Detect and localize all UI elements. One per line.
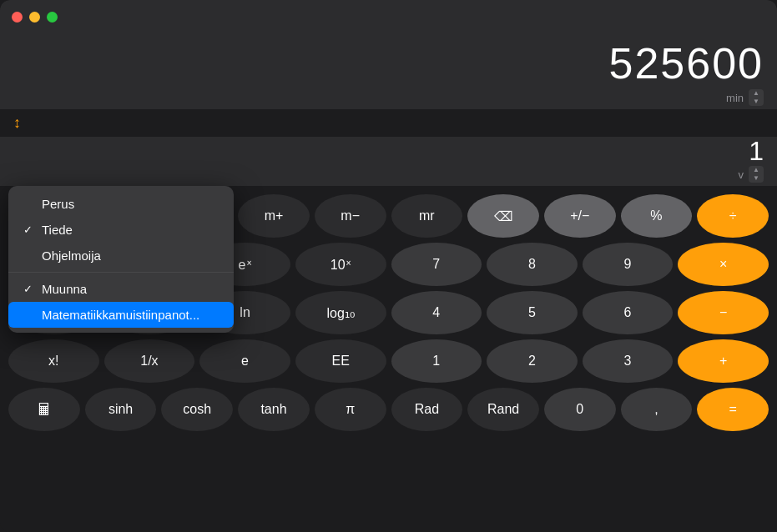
maximize-button[interactable] bbox=[47, 12, 58, 23]
menu-check-programmer bbox=[23, 249, 35, 262]
key-2[interactable]: 2 bbox=[487, 339, 578, 383]
titlebar bbox=[0, 0, 777, 33]
menu-label-convert: Muunna bbox=[42, 282, 87, 296]
key-rad[interactable]: Rad bbox=[391, 388, 463, 431]
key-9[interactable]: 9 bbox=[583, 243, 674, 286]
menu-check-mathpad bbox=[23, 309, 35, 321]
key-row-4: x! 1/x e EE 1 2 3 + bbox=[8, 339, 769, 383]
display-secondary-value: 1 bbox=[749, 137, 764, 166]
key-sinh[interactable]: sinh bbox=[85, 388, 157, 431]
key-subtract[interactable]: − bbox=[678, 291, 769, 334]
menu-label-basic: Perus bbox=[42, 197, 74, 211]
key-multiply[interactable]: × bbox=[678, 243, 769, 286]
key-4[interactable]: 4 bbox=[391, 291, 482, 334]
key-0[interactable]: 0 bbox=[544, 388, 616, 431]
key-e[interactable]: e bbox=[199, 339, 290, 383]
key-cosh[interactable]: cosh bbox=[161, 388, 233, 431]
key-8[interactable]: 8 bbox=[487, 243, 578, 286]
display-secondary-unit: v bbox=[739, 168, 744, 181]
key-factorial[interactable]: x! bbox=[8, 339, 99, 383]
display-unit-label: min bbox=[726, 92, 744, 104]
menu-divider bbox=[8, 272, 234, 273]
key-rand[interactable]: Rand bbox=[467, 388, 539, 431]
key-m-plus[interactable]: m+ bbox=[238, 194, 310, 238]
unit-stepper[interactable]: ▲ ▼ bbox=[749, 89, 764, 106]
key-backspace[interactable]: ⌫ bbox=[467, 194, 539, 238]
sort-icon[interactable]: ↕ bbox=[13, 114, 21, 132]
key-3[interactable]: 3 bbox=[583, 339, 674, 383]
minimize-button[interactable] bbox=[29, 12, 40, 23]
unit-stepper-down[interactable]: ▼ bbox=[749, 98, 764, 106]
menu-item-mathpad[interactable]: Matematiikkamuistiinpanot... bbox=[8, 302, 234, 328]
secondary-unit-stepper[interactable]: ▲ ▼ bbox=[749, 166, 764, 183]
key-m-minus[interactable]: m− bbox=[315, 194, 386, 238]
menu-check-science: ✓ bbox=[23, 223, 35, 236]
traffic-lights bbox=[12, 12, 58, 23]
key-add[interactable]: + bbox=[678, 339, 769, 383]
display-area: 525600 min ▲ ▼ bbox=[0, 33, 777, 109]
menu-label-programmer: Ohjelmoija bbox=[42, 248, 101, 263]
menu-item-science[interactable]: ✓ Tiede bbox=[8, 217, 234, 243]
secondary-stepper-up[interactable]: ▲ bbox=[749, 166, 764, 174]
key-10x[interactable]: 10ˣ bbox=[295, 243, 386, 286]
display-secondary-unit-row: v ▲ ▼ bbox=[739, 166, 764, 183]
key-7[interactable]: 7 bbox=[391, 243, 482, 286]
close-button[interactable] bbox=[12, 12, 23, 23]
menu-item-basic[interactable]: Perus bbox=[8, 191, 234, 217]
key-decimal[interactable]: , bbox=[621, 388, 693, 431]
key-mr[interactable]: mr bbox=[391, 194, 463, 238]
menu-label-mathpad: Matematiikkamuistiinpanot... bbox=[42, 308, 199, 322]
menu-label-science: Tiede bbox=[42, 223, 73, 237]
menu-check-convert: ✓ bbox=[23, 283, 35, 295]
key-5[interactable]: 5 bbox=[487, 291, 578, 334]
dropdown-menu: Perus ✓ Tiede Ohjelmoija ✓ Muunna Matema… bbox=[8, 186, 234, 333]
secondary-stepper-down[interactable]: ▼ bbox=[749, 174, 764, 183]
sort-row: ↕ bbox=[0, 109, 777, 137]
key-1[interactable]: 1 bbox=[391, 339, 482, 383]
key-plus-minus[interactable]: +/− bbox=[544, 194, 616, 238]
menu-item-convert[interactable]: ✓ Muunna bbox=[8, 276, 234, 302]
display-unit-row: min ▲ ▼ bbox=[726, 89, 764, 106]
unit-stepper-up[interactable]: ▲ bbox=[749, 89, 764, 98]
key-row-5: 🖩 sinh cosh tanh π Rad Rand 0 , = bbox=[8, 388, 769, 431]
key-6[interactable]: 6 bbox=[583, 291, 674, 334]
key-calculator-icon[interactable]: 🖩 bbox=[8, 388, 80, 431]
key-divide[interactable]: ÷ bbox=[697, 194, 769, 238]
key-ee[interactable]: EE bbox=[295, 339, 386, 383]
menu-item-programmer[interactable]: Ohjelmoija bbox=[8, 243, 234, 269]
display-secondary: 1 v ▲ ▼ bbox=[0, 137, 777, 186]
key-log10[interactable]: log₁₀ bbox=[295, 291, 386, 334]
display-main-value: 525600 bbox=[608, 40, 764, 88]
key-equals[interactable]: = bbox=[697, 388, 769, 431]
menu-check-basic bbox=[23, 198, 35, 210]
app-body: 525600 min ▲ ▼ ↕ 1 v ▲ ▼ ( ) mc m+ bbox=[0, 33, 777, 532]
key-percent[interactable]: % bbox=[621, 194, 693, 238]
key-tanh[interactable]: tanh bbox=[238, 388, 310, 431]
keypad: ( ) mc m+ m− mr ⌫ +/− % ÷ x² xⁿ eˣ 10ˣ 7… bbox=[0, 186, 777, 532]
key-reciprocal[interactable]: 1/x bbox=[104, 339, 195, 383]
key-pi[interactable]: π bbox=[315, 388, 386, 431]
